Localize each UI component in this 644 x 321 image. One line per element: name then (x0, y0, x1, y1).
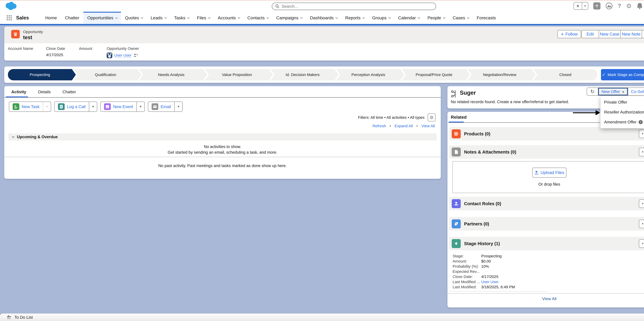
change-owner-icon[interactable] (133, 53, 138, 58)
stage-history-row: Last Modified: 3/18/2025, 6:49 PM (452, 284, 515, 290)
view-all-link[interactable]: View All (542, 296, 556, 301)
nav-chevron-icon[interactable] (115, 16, 118, 19)
nav-chevron-icon[interactable] (187, 16, 190, 19)
favorites-control[interactable] (574, 2, 588, 10)
related-section-contact-roles[interactable]: Contact Roles (0) (449, 197, 644, 210)
new-task-button[interactable]: New Task (9, 102, 43, 112)
nav-tab[interactable]: Home (41, 12, 61, 24)
notes-actions-dropdown[interactable] (639, 148, 644, 156)
path-stage[interactable]: Perception Analysis (336, 69, 400, 80)
nav-chevron-icon[interactable] (467, 16, 470, 19)
partners-actions-dropdown[interactable] (639, 220, 644, 228)
path-stage[interactable]: Qualification (74, 69, 138, 80)
nav-chevron-icon[interactable] (141, 16, 143, 19)
upload-files-button[interactable]: Upload Files (532, 168, 566, 178)
nav-tab[interactable]: Campaigns (272, 12, 306, 24)
tab-activity[interactable]: Activity (11, 90, 26, 94)
related-section-notes-attachments[interactable]: Notes & Attachments (0) (449, 145, 644, 159)
notifications-bell-icon[interactable] (636, 2, 643, 10)
new-case-button[interactable]: New Case (599, 30, 620, 38)
expand-all-link[interactable]: Expand All (394, 124, 413, 128)
path-stage[interactable]: Negotiation/Review (468, 69, 532, 80)
nav-chevron-icon[interactable] (443, 16, 446, 19)
file-drop-zone[interactable]: Upload Files Or drop files (452, 161, 644, 193)
more-actions-dropdown[interactable] (642, 30, 644, 38)
to-do-list-label[interactable]: To Do List (14, 315, 33, 320)
sales-path-card: ProspectingQualificationNeeds AnalysisVa… (4, 66, 644, 83)
stage-history-row: Amount: $0.00 (452, 259, 515, 264)
menu-item[interactable]: Amendment Offer (600, 118, 644, 126)
tab-chatter[interactable]: Chatter (62, 90, 76, 94)
nav-tab[interactable]: Leads (146, 12, 170, 24)
products-actions-dropdown[interactable] (639, 130, 644, 138)
related-section-stage-history[interactable]: Stage History (1) (449, 237, 644, 250)
nav-chevron-icon[interactable] (418, 16, 420, 19)
suger-logo-icon (451, 90, 458, 98)
activity-filter-settings-button[interactable] (428, 114, 436, 122)
nav-tab[interactable]: Tasks (170, 12, 193, 24)
quick-create-button[interactable] (593, 2, 600, 10)
co-sell-button[interactable]: Co-Sell (628, 88, 644, 95)
nav-tab[interactable]: Chatter (61, 12, 83, 24)
tab-details[interactable]: Details (38, 90, 51, 94)
nav-tab[interactable]: Forecasts (473, 12, 500, 24)
app-launcher-icon[interactable] (7, 15, 12, 20)
related-section-partners[interactable]: Partners (0) (449, 217, 644, 230)
path-stage[interactable]: Value Proposition (205, 69, 269, 80)
path-stage[interactable]: Needs Analysis (139, 69, 203, 80)
new-note-button[interactable]: New Note (620, 30, 642, 38)
path-stage[interactable]: Prospecting (8, 69, 72, 80)
global-search[interactable] (272, 2, 436, 10)
nav-tab[interactable]: Cases (449, 12, 473, 24)
new-task-dropdown[interactable] (43, 102, 51, 112)
contact-roles-actions-dropdown[interactable] (639, 200, 644, 208)
new-offer-button[interactable]: New Offer (598, 88, 628, 95)
nav-chevron-icon[interactable] (238, 16, 240, 19)
email-dropdown[interactable] (174, 102, 182, 112)
log-a-call-button[interactable]: Log a Call (54, 102, 89, 112)
stage-history-actions-dropdown[interactable] (639, 239, 644, 248)
nav-chevron-icon[interactable] (388, 16, 391, 19)
nav-chevron-icon[interactable] (266, 16, 269, 19)
edit-button[interactable]: Edit (582, 30, 599, 38)
nav-tab[interactable]: Accounts (214, 12, 244, 24)
favorites-dropdown-icon[interactable] (582, 2, 588, 10)
refresh-link[interactable]: Refresh (372, 124, 386, 128)
nav-tab[interactable]: Dashboards (306, 12, 341, 24)
path-stage[interactable]: Proposal/Price Quote (402, 69, 466, 80)
nav-tab[interactable]: People (424, 12, 449, 24)
nav-chevron-icon[interactable] (164, 16, 167, 19)
nav-tab[interactable]: Groups (368, 12, 394, 24)
trailhead-guidance-icon[interactable] (605, 2, 613, 10)
mark-stage-complete-button[interactable]: Mark Stage as Complete (601, 69, 644, 80)
nav-chevron-icon[interactable] (208, 16, 210, 19)
setup-gear-icon[interactable] (626, 2, 632, 10)
new-event-button[interactable]: New Event (101, 102, 136, 112)
search-input[interactable] (282, 4, 433, 9)
path-stage[interactable]: Closed (533, 69, 597, 80)
nav-tab[interactable]: Quotes (121, 12, 147, 24)
menu-item[interactable]: Reseller Authorization (600, 108, 644, 117)
help-icon[interactable]: ? (618, 3, 621, 9)
email-button[interactable]: Email (148, 102, 174, 112)
log-a-call-dropdown[interactable] (89, 102, 97, 112)
nav-chevron-icon[interactable] (300, 16, 303, 19)
menu-item[interactable]: Private Offer (600, 98, 644, 107)
nav-chevron-icon[interactable] (362, 16, 365, 19)
nav-tab[interactable]: Files (193, 12, 214, 24)
nav-tab[interactable]: Calendar (394, 12, 424, 24)
nav-tab[interactable]: Opportunities (83, 12, 121, 24)
follow-button[interactable]: Follow (557, 30, 581, 38)
related-section-products[interactable]: Products (0) (449, 127, 644, 140)
upcoming-overdue-section[interactable]: Upcoming & Overdue (8, 133, 437, 140)
nav-chevron-icon[interactable] (336, 16, 338, 19)
nav-tab[interactable]: Reports (341, 12, 368, 24)
path-stage[interactable]: Id. Decision Makers (270, 69, 334, 80)
tab-related[interactable]: Related (451, 115, 467, 120)
suger-refresh-button[interactable] (587, 88, 598, 95)
new-event-dropdown[interactable] (136, 102, 144, 112)
view-all-activities-link[interactable]: View All (421, 124, 435, 128)
owner-link[interactable]: User User (114, 53, 132, 58)
favorite-star-icon[interactable] (574, 2, 582, 10)
nav-tab[interactable]: Contacts (244, 12, 272, 24)
